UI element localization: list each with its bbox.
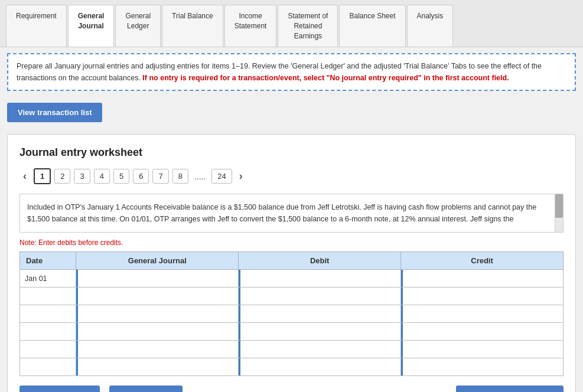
instruction-box: Prepare all January journal entries and … [7, 53, 576, 91]
tab-statement-retained-earnings[interactable]: Statement ofRetainedEarnings [278, 5, 338, 47]
tab-balance-sheet[interactable]: Balance Sheet [339, 5, 405, 47]
tab-income-statement[interactable]: IncomeStatement [224, 5, 277, 47]
date-cell-6 [20, 358, 76, 376]
credit-input-5[interactable] [401, 341, 563, 358]
date-cell-2 [20, 288, 76, 305]
tab-bar: Requirement GeneralJournal GeneralLedger… [0, 0, 583, 47]
record-entry-button[interactable]: Record entry [19, 386, 100, 392]
credit-cell-6[interactable] [401, 358, 564, 376]
col-debit: Debit [239, 252, 401, 270]
date-cell-4 [20, 323, 76, 341]
credit-cell-1[interactable] [401, 270, 564, 288]
account-input-5[interactable] [76, 341, 238, 358]
view-general-journal-button[interactable]: View general journal [456, 386, 564, 392]
credit-input-3[interactable] [401, 305, 563, 322]
tab-analysis[interactable]: Analysis [407, 5, 454, 47]
account-input-3[interactable] [76, 305, 238, 322]
button-spacer [192, 386, 447, 392]
pagination: ‹ 1 2 3 4 5 6 7 8 ..... 24 › [19, 168, 564, 184]
table-row [20, 341, 564, 358]
account-input-2[interactable] [76, 288, 238, 305]
next-page-button[interactable]: › [236, 169, 246, 184]
page-24-button[interactable]: 24 [211, 169, 232, 184]
account-cell-2[interactable] [76, 288, 239, 305]
table-row [20, 305, 564, 323]
account-cell-1[interactable] [76, 270, 239, 288]
page-4-button[interactable]: 4 [94, 169, 110, 184]
worksheet-card: Journal entry worksheet ‹ 1 2 3 4 5 6 7 … [7, 134, 576, 392]
credit-input-6[interactable] [401, 358, 563, 375]
table-row [20, 323, 564, 341]
tab-trial-balance[interactable]: Trial Balance [162, 5, 223, 47]
debit-input-3[interactable] [239, 305, 400, 322]
scrollbar-thumb[interactable] [555, 194, 563, 218]
credit-cell-3[interactable] [401, 305, 564, 323]
debit-input-1[interactable] [239, 270, 400, 287]
debit-cell-5[interactable] [239, 341, 401, 358]
prev-page-button[interactable]: ‹ [19, 169, 30, 184]
bottom-buttons: Record entry Clear entry View general jo… [19, 386, 564, 392]
table-row: Jan 01 [20, 270, 564, 288]
credit-input-1[interactable] [401, 270, 563, 287]
page-dots: ..... [192, 169, 208, 184]
page-7-button[interactable]: 7 [152, 169, 168, 184]
page-8-button[interactable]: 8 [172, 169, 188, 184]
col-date: Date [20, 252, 76, 270]
date-cell-5 [20, 341, 76, 358]
debit-input-4[interactable] [239, 323, 400, 340]
tab-general-journal[interactable]: GeneralJournal [68, 5, 115, 47]
account-cell-6[interactable] [76, 358, 239, 376]
instruction-highlight: If no entry is required for a transactio… [142, 74, 509, 82]
col-general-journal: General Journal [76, 252, 239, 270]
account-cell-5[interactable] [76, 341, 239, 358]
col-credit: Credit [401, 252, 564, 270]
tab-requirement[interactable]: Requirement [6, 5, 67, 47]
tab-general-ledger[interactable]: GeneralLedger [115, 5, 161, 47]
debit-cell-1[interactable] [239, 270, 401, 288]
account-input-1[interactable] [76, 270, 238, 287]
credit-cell-2[interactable] [401, 288, 564, 305]
credit-input-2[interactable] [401, 288, 563, 305]
clear-entry-button[interactable]: Clear entry [109, 386, 183, 392]
credit-cell-5[interactable] [401, 341, 564, 358]
journal-table: Date General Journal Debit Credit Jan 01 [19, 251, 564, 376]
debit-cell-2[interactable] [239, 288, 401, 305]
table-row [20, 288, 564, 305]
page-6-button[interactable]: 6 [133, 169, 149, 184]
page-5-button[interactable]: 5 [113, 169, 129, 184]
debit-input-2[interactable] [239, 288, 400, 305]
date-cell-3 [20, 305, 76, 323]
account-cell-3[interactable] [76, 305, 239, 323]
account-input-4[interactable] [76, 323, 238, 340]
debit-cell-4[interactable] [239, 323, 401, 341]
date-cell-1: Jan 01 [20, 270, 76, 288]
page-2-button[interactable]: 2 [54, 169, 70, 184]
debit-input-6[interactable] [239, 358, 400, 375]
page-3-button[interactable]: 3 [74, 169, 90, 184]
description-box: Included in OTP's January 1 Accounts Rec… [19, 194, 564, 233]
worksheet-title: Journal entry worksheet [19, 146, 564, 159]
debit-input-5[interactable] [239, 341, 400, 358]
credit-cell-4[interactable] [401, 323, 564, 341]
account-cell-4[interactable] [76, 323, 239, 341]
note-text: Note: Enter debits before credits. [19, 239, 564, 247]
page-1-button[interactable]: 1 [34, 168, 51, 184]
account-input-6[interactable] [76, 358, 238, 375]
credit-input-4[interactable] [401, 323, 563, 340]
debit-cell-3[interactable] [239, 305, 401, 323]
debit-cell-6[interactable] [239, 358, 401, 376]
scrollbar[interactable] [555, 194, 563, 232]
view-transaction-button[interactable]: View transaction list [7, 103, 102, 122]
table-row [20, 358, 564, 376]
